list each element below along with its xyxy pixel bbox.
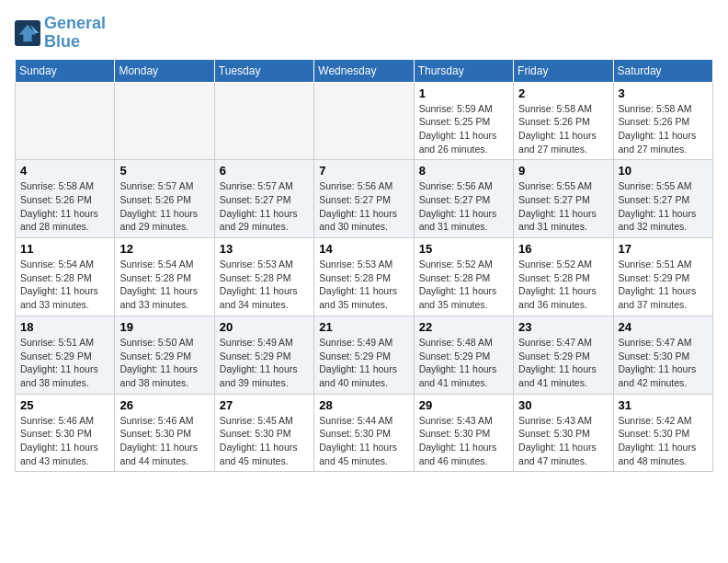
day-info: Sunrise: 5:53 AM Sunset: 5:28 PM Dayligh… xyxy=(319,258,408,312)
logo-text: General Blue xyxy=(44,15,106,52)
day-info: Sunrise: 5:58 AM Sunset: 5:26 PM Dayligh… xyxy=(518,102,608,156)
day-info: Sunrise: 5:49 AM Sunset: 5:29 PM Dayligh… xyxy=(319,336,408,390)
day-number: 10 xyxy=(619,164,708,178)
calendar-day-cell: 15Sunrise: 5:52 AM Sunset: 5:28 PM Dayli… xyxy=(414,238,513,316)
calendar-day-cell: 10Sunrise: 5:55 AM Sunset: 5:27 PM Dayli… xyxy=(613,160,712,238)
day-number: 29 xyxy=(419,398,508,412)
weekday-header: Saturday xyxy=(613,59,712,82)
day-info: Sunrise: 5:57 AM Sunset: 5:27 PM Dayligh… xyxy=(220,179,309,234)
day-info: Sunrise: 5:57 AM Sunset: 5:26 PM Dayligh… xyxy=(119,179,209,234)
day-info: Sunrise: 5:45 AM Sunset: 5:30 PM Dayligh… xyxy=(220,414,309,468)
day-info: Sunrise: 5:49 AM Sunset: 5:29 PM Dayligh… xyxy=(220,336,309,390)
calendar-day-cell xyxy=(314,82,414,160)
day-info: Sunrise: 5:55 AM Sunset: 5:27 PM Dayligh… xyxy=(619,179,708,234)
day-info: Sunrise: 5:51 AM Sunset: 5:29 PM Dayligh… xyxy=(619,258,708,312)
day-info: Sunrise: 5:52 AM Sunset: 5:28 PM Dayligh… xyxy=(419,258,508,312)
day-number: 22 xyxy=(419,320,508,334)
logo: General Blue xyxy=(15,15,106,52)
day-number: 1 xyxy=(419,86,508,100)
calendar-day-cell: 22Sunrise: 5:48 AM Sunset: 5:29 PM Dayli… xyxy=(414,316,513,394)
day-number: 27 xyxy=(220,398,309,412)
day-number: 24 xyxy=(619,320,708,334)
day-number: 3 xyxy=(619,86,708,100)
calendar-day-cell: 27Sunrise: 5:45 AM Sunset: 5:30 PM Dayli… xyxy=(214,394,313,472)
calendar-day-cell: 5Sunrise: 5:57 AM Sunset: 5:26 PM Daylig… xyxy=(115,160,214,238)
calendar-day-cell: 29Sunrise: 5:43 AM Sunset: 5:30 PM Dayli… xyxy=(414,394,513,472)
day-info: Sunrise: 5:43 AM Sunset: 5:30 PM Dayligh… xyxy=(419,414,508,468)
weekday-header: Friday xyxy=(514,59,613,82)
logo-icon xyxy=(15,20,40,46)
calendar-day-cell: 18Sunrise: 5:51 AM Sunset: 5:29 PM Dayli… xyxy=(16,316,115,394)
day-number: 20 xyxy=(220,320,309,334)
calendar-day-cell xyxy=(115,82,214,160)
calendar-day-cell: 9Sunrise: 5:55 AM Sunset: 5:27 PM Daylig… xyxy=(514,160,613,238)
day-number: 30 xyxy=(518,398,608,412)
day-number: 6 xyxy=(220,164,309,178)
day-number: 11 xyxy=(20,242,109,256)
calendar-day-cell: 4Sunrise: 5:58 AM Sunset: 5:26 PM Daylig… xyxy=(16,160,115,238)
day-number: 17 xyxy=(619,242,708,256)
calendar-day-cell: 2Sunrise: 5:58 AM Sunset: 5:26 PM Daylig… xyxy=(514,82,613,160)
calendar-week-row: 25Sunrise: 5:46 AM Sunset: 5:30 PM Dayli… xyxy=(16,394,713,472)
calendar-week-row: 4Sunrise: 5:58 AM Sunset: 5:26 PM Daylig… xyxy=(16,160,713,238)
day-number: 23 xyxy=(518,320,608,334)
day-number: 31 xyxy=(619,398,708,412)
day-number: 7 xyxy=(319,164,408,178)
calendar-day-cell: 13Sunrise: 5:53 AM Sunset: 5:28 PM Dayli… xyxy=(214,238,313,316)
calendar-day-cell: 16Sunrise: 5:52 AM Sunset: 5:28 PM Dayli… xyxy=(514,238,613,316)
day-info: Sunrise: 5:48 AM Sunset: 5:29 PM Dayligh… xyxy=(419,336,508,390)
day-number: 14 xyxy=(319,242,408,256)
day-number: 9 xyxy=(518,164,608,178)
calendar-day-cell: 19Sunrise: 5:50 AM Sunset: 5:29 PM Dayli… xyxy=(115,316,214,394)
day-number: 18 xyxy=(20,320,109,334)
calendar-day-cell xyxy=(16,82,115,160)
calendar-table: SundayMondayTuesdayWednesdayThursdayFrid… xyxy=(15,59,713,473)
day-number: 26 xyxy=(119,398,209,412)
calendar-day-cell: 20Sunrise: 5:49 AM Sunset: 5:29 PM Dayli… xyxy=(214,316,313,394)
calendar-day-cell: 1Sunrise: 5:59 AM Sunset: 5:25 PM Daylig… xyxy=(414,82,513,160)
day-info: Sunrise: 5:59 AM Sunset: 5:25 PM Dayligh… xyxy=(419,102,508,156)
day-number: 4 xyxy=(20,164,109,178)
calendar-day-cell: 8Sunrise: 5:56 AM Sunset: 5:27 PM Daylig… xyxy=(414,160,513,238)
weekday-header: Thursday xyxy=(414,59,513,82)
day-info: Sunrise: 5:53 AM Sunset: 5:28 PM Dayligh… xyxy=(220,258,309,312)
day-info: Sunrise: 5:51 AM Sunset: 5:29 PM Dayligh… xyxy=(20,336,109,390)
day-info: Sunrise: 5:58 AM Sunset: 5:26 PM Dayligh… xyxy=(20,179,109,234)
day-number: 25 xyxy=(20,398,109,412)
day-info: Sunrise: 5:47 AM Sunset: 5:29 PM Dayligh… xyxy=(518,336,608,390)
calendar-day-cell: 24Sunrise: 5:47 AM Sunset: 5:30 PM Dayli… xyxy=(613,316,712,394)
calendar-day-cell: 28Sunrise: 5:44 AM Sunset: 5:30 PM Dayli… xyxy=(314,394,414,472)
day-info: Sunrise: 5:47 AM Sunset: 5:30 PM Dayligh… xyxy=(619,336,708,390)
calendar-day-cell: 11Sunrise: 5:54 AM Sunset: 5:28 PM Dayli… xyxy=(16,238,115,316)
page-header: General Blue xyxy=(15,15,713,52)
day-number: 5 xyxy=(119,164,209,178)
calendar-week-row: 1Sunrise: 5:59 AM Sunset: 5:25 PM Daylig… xyxy=(16,82,713,160)
calendar-day-cell: 6Sunrise: 5:57 AM Sunset: 5:27 PM Daylig… xyxy=(214,160,313,238)
day-info: Sunrise: 5:54 AM Sunset: 5:28 PM Dayligh… xyxy=(20,258,109,312)
weekday-header: Wednesday xyxy=(314,59,414,82)
weekday-header: Monday xyxy=(115,59,214,82)
day-number: 16 xyxy=(518,242,608,256)
weekday-header: Sunday xyxy=(16,59,115,82)
calendar-header-row: SundayMondayTuesdayWednesdayThursdayFrid… xyxy=(16,59,713,82)
day-number: 13 xyxy=(220,242,309,256)
day-number: 28 xyxy=(319,398,408,412)
day-info: Sunrise: 5:56 AM Sunset: 5:27 PM Dayligh… xyxy=(419,179,508,234)
calendar-day-cell: 12Sunrise: 5:54 AM Sunset: 5:28 PM Dayli… xyxy=(115,238,214,316)
calendar-day-cell: 14Sunrise: 5:53 AM Sunset: 5:28 PM Dayli… xyxy=(314,238,414,316)
day-info: Sunrise: 5:52 AM Sunset: 5:28 PM Dayligh… xyxy=(518,258,608,312)
calendar-day-cell: 26Sunrise: 5:46 AM Sunset: 5:30 PM Dayli… xyxy=(115,394,214,472)
day-number: 15 xyxy=(419,242,508,256)
day-number: 21 xyxy=(319,320,408,334)
day-info: Sunrise: 5:44 AM Sunset: 5:30 PM Dayligh… xyxy=(319,414,408,468)
calendar-day-cell: 31Sunrise: 5:42 AM Sunset: 5:30 PM Dayli… xyxy=(613,394,712,472)
day-info: Sunrise: 5:58 AM Sunset: 5:26 PM Dayligh… xyxy=(619,102,708,156)
day-info: Sunrise: 5:50 AM Sunset: 5:29 PM Dayligh… xyxy=(119,336,209,390)
day-info: Sunrise: 5:46 AM Sunset: 5:30 PM Dayligh… xyxy=(20,414,109,468)
day-info: Sunrise: 5:42 AM Sunset: 5:30 PM Dayligh… xyxy=(619,414,708,468)
calendar-day-cell: 23Sunrise: 5:47 AM Sunset: 5:29 PM Dayli… xyxy=(514,316,613,394)
calendar-day-cell: 17Sunrise: 5:51 AM Sunset: 5:29 PM Dayli… xyxy=(613,238,712,316)
day-info: Sunrise: 5:43 AM Sunset: 5:30 PM Dayligh… xyxy=(518,414,608,468)
day-number: 2 xyxy=(518,86,608,100)
calendar-day-cell: 21Sunrise: 5:49 AM Sunset: 5:29 PM Dayli… xyxy=(314,316,414,394)
